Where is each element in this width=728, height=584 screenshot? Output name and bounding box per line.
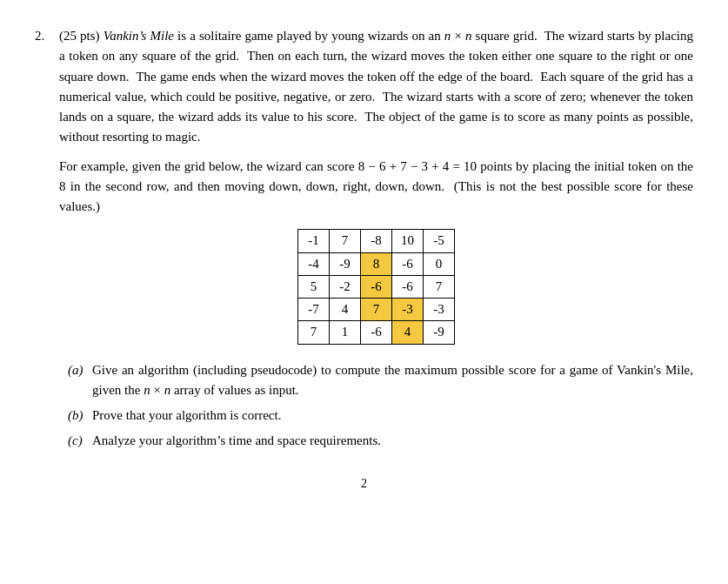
part-a-text: Give an algorithm (including pseudocode)… [92,360,693,401]
grid-cell: 7 [330,230,361,252]
grid-cell: 1 [330,321,361,344]
game-grid: -17-810-5-4-98-605-2-6-67-747-3-371-64-9 [297,229,455,344]
part-b-label: (b) [68,406,89,426]
grid-cell: 4 [392,321,424,344]
problem-main-text: (25 pts) Vankin’s Mile is a solitaire ga… [59,26,693,148]
grid-cell: -6 [361,275,392,298]
part-b: (b) Prove that your algorithm is correct… [59,406,693,426]
grid-cell: -1 [298,230,330,252]
grid-cell: -9 [330,252,361,275]
grid-cell: -6 [392,252,424,275]
grid-cell: -7 [298,299,330,321]
grid-cell: 7 [424,275,455,298]
example-text: For example, given the grid below, the w… [59,157,693,218]
part-c-label: (c) [68,431,89,451]
part-c-text: Analyze your algorithm’s time and space … [92,431,693,451]
grid-cell: -9 [424,321,455,344]
problem-container: 2. (25 pts) Vankin’s Mile is a solitaire… [35,26,693,457]
grid-cell: 0 [424,252,455,275]
grid-cell: 10 [392,230,424,252]
part-b-text: Prove that your algorithm is correct. [92,406,693,426]
n-x-n-1: n × n [444,29,472,43]
grid-cell: 7 [298,321,330,344]
description-2: square grid. The wizard starts by placin… [59,29,693,144]
points-label: (25 pts) [59,29,100,43]
grid-cell: -8 [361,230,392,252]
grid-cell: -4 [298,252,330,275]
grid-container: -17-810-5-4-98-605-2-6-67-747-3-371-64-9 [59,229,693,344]
grid-cell: 7 [361,299,392,321]
grid-cell: -5 [424,230,455,252]
grid-cell: 8 [361,252,392,275]
game-title: Vankin’s Mile [104,29,174,43]
part-a: (a) Give an algorithm (including pseudoc… [59,360,693,401]
grid-cell: -3 [392,299,424,321]
page-footer: 2 [35,474,693,493]
grid-cell: -2 [330,275,361,298]
part-c: (c) Analyze your algorithm’s time and sp… [59,431,693,451]
grid-cell: 4 [330,299,361,321]
problem-number: 2. [35,26,59,457]
description-1: is a solitaire game played by young wiza… [174,29,444,43]
parts-container: (a) Give an algorithm (including pseudoc… [59,360,693,452]
grid-cell: -6 [361,321,392,344]
problem-body: (25 pts) Vankin’s Mile is a solitaire ga… [59,26,693,457]
part-a-label: (a) [68,360,89,401]
grid-cell: 5 [298,275,330,298]
grid-cell: -6 [392,275,424,298]
grid-cell: -3 [424,299,455,321]
